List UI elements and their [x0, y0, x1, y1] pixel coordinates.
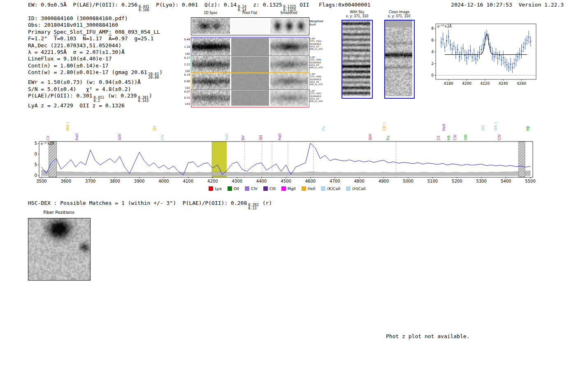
spec2d-row [191, 17, 309, 35]
fiber-weight-labels: 0.140.89192 [179, 73, 190, 90]
x-tick-label: 4200 [462, 81, 471, 86]
info-line: Cont(w) = 2.80(±0.01)e-17 (gmag 20.6120.… [28, 69, 163, 79]
fiber-weight-value: 0.49 [184, 38, 190, 41]
data-point [444, 46, 446, 48]
data-point [523, 46, 524, 48]
fiber-weight-value: 0.14 [184, 73, 190, 77]
data-point [501, 60, 502, 61]
text-segment: F=1.2" [28, 35, 54, 42]
emission-line-label: HeII [442, 124, 446, 131]
x-tick-label: 4200 [207, 179, 218, 183]
linefit-chart: 4180420042204240426002468e⁻¹⁷×2Å [425, 19, 540, 94]
spec2d-title-2dspec: 2D Spec [196, 11, 225, 15]
x-tick-label: 4000 [158, 179, 169, 183]
y-tick-label: 15 [34, 141, 37, 146]
legend-swatch [228, 186, 232, 191]
x-tick-label: 4700 [330, 179, 340, 183]
data-point [461, 53, 462, 54]
emission-line-label: OII [153, 126, 157, 131]
spec2d-2dspec-cell [192, 18, 230, 34]
legend-item: CIII [263, 186, 276, 191]
legend-swatch [321, 186, 325, 191]
emission-line-label: CIII [453, 135, 457, 140]
weighted-sum-label: Weighted Sum [309, 20, 323, 26]
x-tick-label: 3600 [61, 179, 71, 183]
x-tick-label: 4800 [354, 179, 364, 183]
text-segment: EWr = 1.50(±0.73) (w: 0.94(±0.45))Å [28, 79, 141, 85]
data-point [455, 52, 456, 53]
legend-swatch [263, 186, 268, 191]
data-point [526, 39, 527, 41]
emission-line-label: CIII } [382, 122, 386, 131]
emission-line-label: HeII [225, 133, 229, 140]
fiber-weight-value: 192 [185, 70, 190, 73]
spec2d-pixelflat-cell [231, 73, 269, 90]
summary-header: EW: 0.9±0.5Å P(LAE)/P(OII): 0.2560.4410.… [28, 2, 370, 12]
fiber-weight-labels: 0.491.16192 [179, 38, 190, 56]
withsky-coords: x, y: 371, 310 [340, 14, 374, 18]
text-segment: EW: 0.9±0.5Å P(LAE)/P(OII): 0.256 [28, 2, 137, 8]
spec2d-2dspec-cell [192, 56, 230, 73]
data-point [483, 44, 484, 46]
data-point [528, 37, 530, 38]
spec2d-pixelflat-cell [231, 56, 269, 73]
fiber-weight-value: 0.89 [184, 80, 190, 83]
text-segment: LyA z = 2.4729 OII z = 0.1326 [28, 102, 125, 109]
sub-value: 0.166 [139, 8, 149, 12]
spec2d-2dspec-cell [192, 38, 230, 56]
fiber-id-labels: 1.25" (371, 301) 20180418 v011_03 008_LL… [309, 90, 323, 102]
spec2d-row [191, 56, 309, 74]
text-segment: RA,Dec (221.070343,51.052044) [28, 42, 121, 49]
text-segment: N [83, 35, 86, 42]
info-line: LineFlux = 9.10(±4.40)e-17 [28, 56, 163, 62]
x-tick-label: 4600 [305, 179, 316, 183]
withsky-image-panel [341, 20, 373, 99]
text-segment: S/N = 5.0(±0.4) χ² = 4.8(±0.2) [28, 86, 131, 92]
legend-label: CIII [269, 186, 276, 191]
text-segment: λ = 4221.95Å σ = 2.07(±1.30)Å [28, 49, 125, 55]
legend-label: MgII [288, 186, 296, 191]
full-spectrum-chart: 3500360037003800390040004100420043004400… [34, 110, 540, 191]
info-line: RA,Dec (221.070343,51.052044) [28, 42, 163, 49]
sup-sub-fraction: 0.3810.143 [138, 96, 149, 102]
emission-line-label: Hγ [321, 126, 325, 131]
x-tick-label: 3500 [36, 179, 46, 183]
linefit-plot: 4180420042204240426002468e⁻¹⁷×2Å [425, 19, 540, 92]
emission-line-label: OIII [481, 125, 485, 131]
plot-frame [39, 141, 533, 177]
text-segment: ) [149, 93, 152, 99]
emission-line-label: SiIV [368, 134, 372, 140]
withsky-image [342, 21, 370, 96]
x-tick-label: 5300 [476, 179, 487, 183]
spec2d-smoothed-cell [270, 56, 308, 73]
y-tick-label: 4 [431, 50, 434, 54]
sup-sub-fraction: 0.4510.2 [94, 96, 105, 102]
emission-line-label: HeII [75, 133, 79, 140]
x-tick-label: 3700 [85, 179, 95, 183]
data-point [470, 50, 471, 51]
data-point [510, 64, 511, 65]
x-tick-label: 4300 [232, 179, 242, 183]
legend-swatch [281, 186, 286, 191]
data-point [497, 58, 498, 59]
emission-line-label: Hδ [447, 135, 451, 140]
x-tick-label: 5200 [452, 179, 462, 183]
data-point [494, 56, 495, 57]
y-tick-label: 6 [431, 38, 434, 42]
spectrum-plot: 3500360037003800390040004100420043004400… [34, 110, 540, 184]
x-tick-label: 4240 [499, 81, 508, 86]
info-line: λ = 4221.95Å σ = 2.07(±1.30)Å [28, 49, 163, 56]
emission-line-label: Hβ [526, 126, 530, 131]
masked-region [519, 141, 525, 177]
emission-line-label: SiII [259, 135, 263, 140]
data-point [521, 51, 522, 52]
legend-swatch [209, 186, 213, 191]
y-tick-label: 2 [431, 62, 434, 66]
legend-swatch [346, 186, 351, 191]
cleanimage-coords: x, y: 371, 310 [382, 14, 416, 18]
spec2d-row [191, 72, 309, 91]
emission-line-label: NV [241, 135, 245, 140]
data-point [479, 52, 480, 53]
data-point [481, 49, 482, 50]
emission-line-label: Hγ [386, 136, 390, 140]
